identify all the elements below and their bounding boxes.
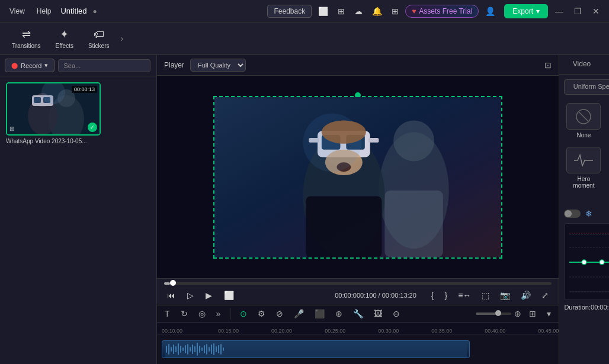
crop-button[interactable]: ⬚ bbox=[479, 289, 492, 301]
tool-transitions[interactable]: ⇌ Transitions bbox=[6, 25, 47, 51]
subtab-uniform-speed[interactable]: Uniform Speed bbox=[564, 79, 609, 95]
svg-rect-44 bbox=[209, 347, 210, 352]
export-button[interactable]: Export ▾ bbox=[504, 4, 548, 18]
tab-video[interactable]: Video bbox=[559, 55, 604, 74]
snapshot-button[interactable]: 📷 bbox=[497, 289, 513, 301]
chevron-down-button[interactable]: ▾ bbox=[544, 308, 554, 320]
captions-button[interactable]: ≡↔ bbox=[455, 289, 474, 301]
timeline-tracks bbox=[157, 334, 559, 364]
feedback-button[interactable]: Feedback bbox=[267, 5, 312, 18]
text-tool[interactable]: T bbox=[162, 308, 173, 320]
media-tool[interactable]: ⊙ bbox=[237, 308, 250, 320]
controls-row: ⏮ ▷ ▶ ⬜ 00:00:000:100 / 00:00:13:20 { } … bbox=[164, 289, 552, 301]
fullscreen-ctrl-button[interactable]: ⤢ bbox=[539, 289, 552, 301]
minimize-button[interactable]: — bbox=[552, 5, 567, 17]
assets-label: Assets Free Trial bbox=[419, 7, 472, 15]
volume-button[interactable]: 🔊 bbox=[518, 289, 534, 301]
play-button[interactable]: ▶ bbox=[203, 289, 215, 301]
cloud-icon-button[interactable]: ☁ bbox=[351, 5, 366, 18]
zoom-slider[interactable] bbox=[476, 313, 511, 315]
magnet-tool[interactable]: 🔧 bbox=[350, 308, 366, 320]
grid-icon-button[interactable]: ⊞ bbox=[389, 5, 402, 18]
ruler-marks: 00:10:00 00:15:00 00:20:00 00:25:00 00:3… bbox=[162, 328, 559, 334]
speed-option-none-label: None bbox=[576, 132, 591, 138]
speed-toggle[interactable] bbox=[564, 210, 581, 218]
tool-effects[interactable]: ✦ Effects bbox=[50, 25, 79, 51]
mark-out-button[interactable]: } bbox=[442, 289, 451, 301]
player-controls: ⏮ ▷ ▶ ⬜ 00:00:000:100 / 00:00:13:20 { } … bbox=[157, 278, 559, 305]
transform-tool[interactable]: ⊕ bbox=[332, 308, 345, 320]
quality-select[interactable]: Full Quality bbox=[190, 59, 246, 72]
duration-text: Duration:00:00:13:20 bbox=[564, 304, 609, 311]
zoom-plus-button[interactable]: ⊕ bbox=[514, 309, 521, 318]
ruler-mark-7: 00:45:00 bbox=[538, 328, 559, 334]
left-panel: ⬤ Record ▾ ⚡ ··· bbox=[0, 55, 157, 364]
more-tool[interactable]: » bbox=[213, 308, 224, 320]
menu-view[interactable]: View bbox=[6, 5, 28, 18]
export-label: Export bbox=[512, 7, 533, 15]
voice-tool[interactable]: ⬛ bbox=[312, 308, 328, 320]
speed-option-hero[interactable]: Hero moment bbox=[564, 144, 603, 191]
player-right: ⊡ bbox=[544, 60, 552, 70]
maximize-button[interactable]: ❐ bbox=[570, 5, 585, 17]
speed-option-none[interactable]: None bbox=[564, 101, 603, 141]
media-type-icon: ⊞ bbox=[9, 125, 14, 132]
ruler-mark-6: 00:40:00 bbox=[485, 328, 505, 334]
progress-bar[interactable] bbox=[164, 282, 552, 285]
tl-divider-1 bbox=[230, 308, 230, 320]
fullscreen-icon[interactable]: ⊡ bbox=[544, 60, 552, 70]
close-button[interactable]: ✕ bbox=[589, 5, 603, 17]
speed-graph-container: 10x 5x 1x 0.5x 0.1x bbox=[564, 223, 609, 300]
waveform-svg bbox=[165, 341, 467, 357]
video-scene-svg bbox=[214, 97, 501, 257]
loop-tool[interactable]: ↻ bbox=[178, 308, 191, 320]
window-controls: — ❐ ✕ bbox=[552, 5, 603, 17]
mic-tool[interactable]: 🎤 bbox=[291, 308, 307, 320]
record-button[interactable]: ⬤ Record ▾ bbox=[5, 59, 55, 72]
progress-thumb[interactable] bbox=[170, 280, 176, 286]
svg-rect-46 bbox=[213, 343, 214, 355]
export-chevron-icon: ▾ bbox=[536, 7, 540, 15]
list-item[interactable]: 00:00:13 ✓ ⊞ WhatsApp Video 2023-10-05..… bbox=[6, 82, 101, 144]
center-panel: Player Full Quality ⊡ bbox=[157, 55, 559, 364]
cut-tool[interactable]: ◎ bbox=[195, 308, 209, 320]
expand-chevron[interactable]: ▼ bbox=[564, 196, 609, 204]
speed-option-hero-label: Hero moment bbox=[566, 176, 601, 189]
track-clip[interactable] bbox=[162, 340, 470, 358]
svg-rect-12 bbox=[385, 190, 444, 257]
media-thumbnail: 00:00:13 ✓ ⊞ bbox=[6, 82, 101, 136]
ruler-mark-1: 00:15:00 bbox=[218, 328, 239, 334]
search-input[interactable] bbox=[58, 59, 150, 72]
shield-tool[interactable]: ⊘ bbox=[273, 308, 286, 320]
player-right-controls: { } ≡↔ ⬚ 📷 🔊 ⤢ bbox=[428, 289, 552, 301]
adjust-tool[interactable]: ⚙ bbox=[255, 308, 268, 320]
svg-point-24 bbox=[322, 120, 366, 143]
top-bar: View Help Untitled ● Feedback ⬜ ⊞ ☁ 🔔 ⊞ … bbox=[0, 0, 609, 22]
zoom-thumb[interactable] bbox=[495, 310, 501, 316]
grid-layout-button[interactable]: ⊞ bbox=[526, 308, 539, 320]
speed-option-bullet[interactable]: Bullet Time bbox=[607, 144, 609, 191]
monitor-icon-button[interactable]: ⬜ bbox=[315, 5, 331, 18]
assets-trial-button[interactable]: ♥ Assets Free Trial bbox=[405, 5, 479, 18]
minus-tool[interactable]: ⊖ bbox=[390, 308, 403, 320]
svg-line-52 bbox=[579, 112, 588, 121]
menu-help[interactable]: Help bbox=[33, 5, 55, 18]
stickers-icon: 🏷 bbox=[94, 28, 104, 41]
user-icon-button[interactable]: 👤 bbox=[482, 5, 498, 18]
mark-in-button[interactable]: { bbox=[428, 289, 437, 301]
tool-stickers[interactable]: 🏷 Stickers bbox=[82, 26, 116, 51]
freeze-icon: ❄ bbox=[585, 209, 592, 218]
svg-rect-28 bbox=[171, 347, 172, 352]
tab-color[interactable]: Color bbox=[604, 55, 609, 74]
svg-point-67 bbox=[600, 260, 604, 265]
step-back-button[interactable]: ⏮ bbox=[164, 289, 178, 301]
stop-button[interactable]: ⬜ bbox=[221, 289, 237, 301]
play-small-button[interactable]: ▷ bbox=[184, 289, 197, 301]
speed-option-customize[interactable]: Customize bbox=[607, 101, 609, 141]
svg-rect-20 bbox=[368, 137, 379, 142]
toolbar-expand-icon[interactable]: › bbox=[118, 31, 126, 46]
layout-icon-button[interactable]: ⊞ bbox=[335, 5, 348, 18]
image-tool[interactable]: 🖼 bbox=[371, 308, 385, 320]
bell-icon-button[interactable]: 🔔 bbox=[369, 5, 385, 18]
stickers-label: Stickers bbox=[88, 43, 110, 49]
